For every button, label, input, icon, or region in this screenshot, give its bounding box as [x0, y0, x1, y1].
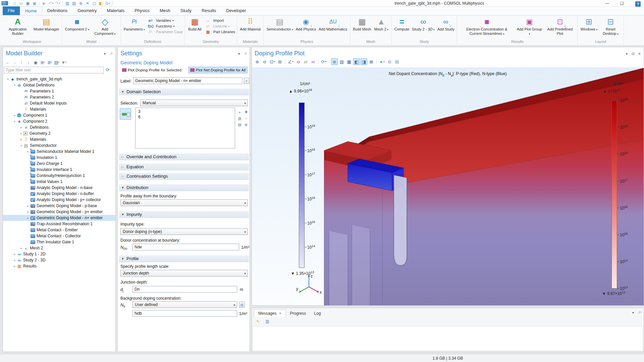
tree-item[interactable]: ▸Semiconductor Material Model 1 — [3, 148, 115, 155]
compute-button[interactable]: =Compute — [393, 16, 411, 32]
expander-icon[interactable]: ▸ — [12, 114, 17, 117]
expander-icon[interactable]: ▸ — [26, 217, 30, 220]
mesh-2-button[interactable]: ▲Mesh 2 ▾ — [373, 16, 390, 32]
tab-definitions[interactable]: Definitions — [42, 6, 73, 15]
zoom-extents-icon[interactable]: ⊞ — [276, 58, 283, 65]
tree-item[interactable]: Insulation 1 — [3, 155, 115, 161]
tree-item[interactable]: Thin Insulator Gate 1 — [3, 239, 115, 245]
copy-icon[interactable]: ▥ — [64, 1, 71, 6]
expander-icon[interactable]: ▸ — [19, 247, 23, 250]
doping-profile-plot[interactable]: z y x Net Dopant Concentration |Nd - Na|… — [252, 67, 644, 305]
part-libraries-button[interactable]: ▥Part Libraries — [204, 29, 235, 34]
add-physics-button[interactable]: ◉↓Add Physics — [295, 16, 317, 32]
delete-icon[interactable]: ✕ — [84, 1, 91, 6]
messages-tab-messages[interactable]: Messages✕ — [254, 309, 286, 317]
section-profile[interactable]: ▼ Profile — [119, 255, 249, 262]
float-window-icon[interactable]: ⊡ — [631, 52, 635, 56]
show-material-color-icon[interactable]: ▧ — [338, 58, 345, 65]
application-builder-button[interactable]: AApplication Builder — [4, 16, 32, 36]
messages-tab-log[interactable]: Log — [310, 309, 325, 317]
open-file-icon[interactable]: ▭ — [18, 1, 24, 6]
build-all-button[interactable]: ▦Build All — [186, 16, 203, 32]
filter-icon[interactable]: ▼▾ — [61, 59, 67, 65]
zoom-to-selection-icon[interactable]: ⊕ — [243, 122, 249, 128]
zoom-in-icon[interactable]: ⊕ — [254, 58, 261, 65]
view-xz-icon[interactable]: xz — [310, 58, 317, 65]
tree-item[interactable]: ▸Materials — [3, 136, 115, 142]
tree-item[interactable]: Insulator Interface 1 — [3, 167, 115, 173]
tab-study[interactable]: Study — [175, 6, 197, 15]
expander-icon[interactable]: ▸ — [19, 132, 23, 135]
add-predefined-plot-button[interactable]: ⊡↓Add Predefined Plot — [544, 16, 576, 36]
tree-item[interactable]: ▸Geometry 2 — [3, 130, 115, 136]
plot-doping-profile-selected-button[interactable]: Plot Doping Profile for Selected — [120, 67, 183, 73]
tree-item[interactable]: ▸Geometric Doping Model - p+ emitter — [3, 209, 115, 215]
tree-item[interactable]: ▾Global Definitions — [3, 82, 115, 88]
refresh-icon[interactable]: ⟳ — [106, 67, 109, 72]
tree-item[interactable]: ▸Definitions — [3, 124, 115, 130]
tree-item[interactable]: ▾Semiconductor — [3, 142, 115, 148]
functions-button[interactable]: f(x)Functions ▾ — [147, 24, 183, 28]
scene-light-icon[interactable]: ⊚ — [331, 58, 338, 65]
expander-icon[interactable]: ▾ — [12, 120, 17, 123]
tab-physics[interactable]: Physics — [129, 6, 155, 15]
section-domain-selection[interactable]: ▼ Domain Selection — [119, 88, 249, 95]
chevron-down-icon[interactable]: ▾ — [237, 52, 241, 56]
expander-icon[interactable]: ▸ — [26, 150, 30, 153]
select-box-icon[interactable]: ◻ — [91, 1, 98, 6]
study-2-3d-button[interactable]: ∞Study 2 - 3D ▾ — [411, 16, 435, 32]
chevron-down-icon[interactable]: ▾ — [631, 311, 635, 314]
length-scale-combo[interactable]: Junction depth — [120, 270, 248, 277]
rename-icon[interactable]: ≡ — [244, 78, 249, 84]
tab-home[interactable]: Home — [20, 6, 42, 15]
tree-item[interactable]: ▸Study 1 - 2D — [3, 251, 115, 257]
remove-from-selection-icon[interactable]: − — [243, 115, 249, 122]
lock-view-icon[interactable]: ⊠ — [368, 58, 375, 65]
tree-item[interactable]: Zero Charge 1 — [3, 161, 115, 167]
duplicate-icon[interactable]: ⊕ — [77, 1, 84, 6]
expander-icon[interactable]: ▸ — [19, 126, 23, 129]
node-text-icon[interactable]: ▤▾ — [54, 59, 60, 65]
view-faces-icon[interactable]: ◧ — [353, 58, 360, 65]
add-mathematics-button[interactable]: ΔU↓Add Mathematics — [318, 16, 348, 32]
print-icon[interactable]: ⊟ — [393, 58, 400, 65]
tree-item[interactable]: Materials — [3, 106, 115, 112]
tree-item[interactable]: Trap-Assisted Recombination 1 — [3, 221, 115, 227]
paste-icon[interactable]: ▤ — [71, 1, 77, 6]
expander-icon[interactable]: ▸ — [12, 265, 17, 268]
tab-materials[interactable]: Materials — [102, 6, 129, 15]
variables-button[interactable]: a=Variables ▾ — [147, 18, 183, 23]
tree-item[interactable]: ▸Mesh 2 — [3, 245, 115, 251]
tree-item[interactable]: ▸Component 1 — [3, 112, 115, 118]
tree-item[interactable]: ▸Geometric Doping Model - n+ emitter — [3, 215, 115, 221]
play-icon[interactable]: ▶ — [41, 1, 48, 6]
view-xy-icon[interactable]: xy — [295, 58, 302, 65]
add-plot-group-button[interactable]: ▣Add Plot Group ▾ — [515, 16, 543, 36]
load-value-icon[interactable]: ▥ — [239, 302, 245, 308]
tab-results[interactable]: Results — [197, 6, 221, 15]
parameter-case-button[interactable]: PiParameter Case — [147, 29, 183, 34]
add-material-button[interactable]: ⠿Add Material — [239, 16, 262, 32]
pin-icon[interactable] — [109, 52, 113, 56]
tree-item[interactable]: Metal Contact - Emitter — [3, 227, 115, 233]
profile-away-combo[interactable]: Gaussian — [120, 199, 248, 206]
move-up-icon[interactable]: ↑ — [18, 59, 24, 65]
windows-button[interactable]: ⊞Windows ▾ — [579, 16, 598, 32]
view-yz-icon[interactable]: yz — [303, 58, 309, 65]
zoom-box-icon[interactable]: ⊡▾ — [269, 58, 276, 65]
undo-icon[interactable]: ↶▾ — [48, 1, 54, 6]
search-icon[interactable]: ⊙▾ — [104, 1, 111, 6]
move-down-icon[interactable]: ↓ — [25, 59, 32, 65]
electron-concentration-current-streamlines-button[interactable]: ■Electron Concentration & Current Stream… — [459, 16, 515, 36]
minimize-icon[interactable]: — — [600, 0, 614, 7]
tree-item[interactable]: ▾Component 2 — [3, 118, 115, 124]
background-doping-input[interactable] — [132, 310, 237, 317]
import-button[interactable]: →Import — [204, 18, 235, 23]
section-impurity[interactable]: ▼ Impurity — [119, 211, 249, 218]
help-icon[interactable]: ? — [635, 1, 641, 7]
semiconductor-button[interactable]: ▤Semiconductor ▾ — [265, 16, 294, 32]
add-component-button[interactable]: ◇Add Component ▾ — [91, 16, 119, 36]
tree-item[interactable]: Continuity/Heterojunction 1 — [3, 173, 115, 179]
pin-icon[interactable] — [637, 311, 642, 314]
component-2-button[interactable]: ■Component 2 ▾ — [64, 16, 90, 32]
